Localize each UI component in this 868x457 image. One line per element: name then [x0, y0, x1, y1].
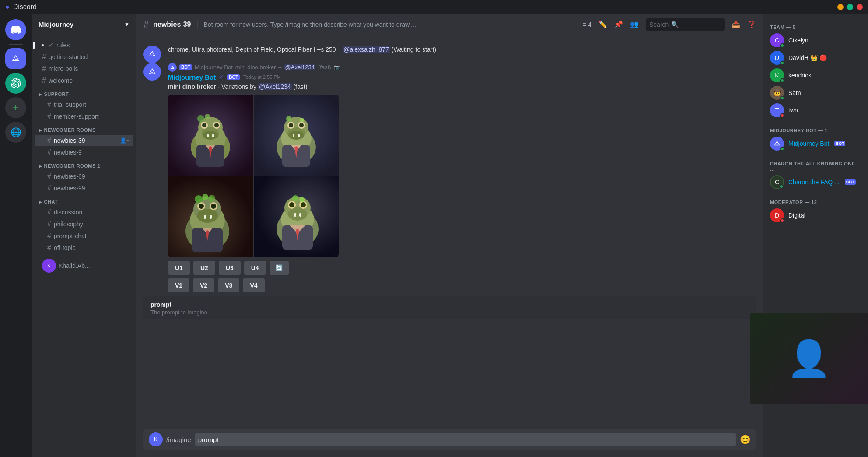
kendrick-status	[780, 78, 784, 83]
channel-hash-icon: #	[47, 101, 51, 109]
member-item-sam[interactable]: 🤠 Sam	[766, 84, 864, 102]
explore-servers-button[interactable]: 🌐	[5, 122, 26, 143]
message-group-waiting: chrome, Ultra photoreal, Depth of Field,…	[136, 42, 763, 56]
svg-point-25	[299, 123, 304, 127]
channel-item-prompt-chat[interactable]: # prompt-chat	[35, 230, 133, 242]
channel-item-rules[interactable]: ✓ rules	[35, 39, 133, 51]
verified-icon: ✓	[219, 74, 224, 80]
server-header[interactable]: Midjourney ▼	[32, 14, 136, 35]
channel-item-newbies-9[interactable]: # newbies-9	[35, 147, 133, 158]
minimize-button[interactable]	[837, 4, 844, 10]
server-icon-openai[interactable]	[5, 73, 26, 94]
action-buttons-row2: V1 V2 V3 V4	[168, 278, 756, 292]
davidh-status	[780, 61, 784, 65]
prompt-input[interactable]	[195, 433, 736, 446]
svg-point-50	[288, 207, 307, 221]
emoji-picker-button[interactable]: 😊	[740, 434, 751, 445]
svg-point-54	[301, 202, 306, 207]
channel-item-off-topic[interactable]: # off-topic	[35, 242, 133, 253]
channel-item-philosophy[interactable]: # philosophy	[35, 218, 133, 230]
video-person: 👤	[750, 313, 868, 404]
channel-item-newbies-69[interactable]: # newbies-69	[35, 171, 133, 182]
member-item-mj-bot[interactable]: Midjourney Bot BOT	[766, 135, 864, 152]
chat-area: # newbies-39 Bot room for new users. Typ…	[136, 14, 763, 457]
davidh-name: DavidH 👑 🔴	[788, 54, 827, 61]
edit-icon[interactable]: ✏️	[598, 20, 607, 28]
image-cell-3[interactable]	[168, 176, 253, 257]
inbox-icon[interactable]: 📥	[732, 20, 740, 28]
channel-item-getting-started[interactable]: # getting-started	[35, 51, 133, 63]
pin-icon[interactable]: 📌	[614, 20, 623, 28]
search-icon: 🔍	[671, 21, 679, 28]
channel-name-welcome: welcome	[49, 77, 73, 84]
app-container: + 🌐 Midjourney ▼ ✓ rules # getting-start…	[0, 14, 868, 457]
user-avatar: K	[149, 432, 163, 446]
camera-icon[interactable]: 📷	[334, 64, 340, 70]
channel-name-newbies-9: newbies-9	[54, 149, 82, 156]
channel-name-newbies-39: newbies-39	[54, 137, 85, 144]
prompt-helper: prompt The prompt to imagine	[144, 296, 756, 319]
member-item-davidh[interactable]: D DavidH 👑 🔴	[766, 49, 864, 67]
help-icon[interactable]: ❓	[747, 20, 756, 28]
u2-button[interactable]: U2	[193, 261, 215, 275]
channel-item-micro-polls[interactable]: # micro-polls	[35, 63, 133, 74]
category-newcomer-rooms-2[interactable]: ▶ NEWCOMER ROOMS 2	[32, 162, 136, 170]
channel-item-welcome[interactable]: # welcome	[35, 75, 133, 86]
add-server-button[interactable]: +	[5, 97, 26, 118]
u4-button[interactable]: U4	[244, 261, 266, 275]
svg-rect-28	[293, 134, 294, 137]
thread-count[interactable]: ≡ 4	[583, 21, 592, 28]
member-item-digital[interactable]: D Digital	[766, 207, 864, 224]
u1-button[interactable]: U1	[168, 261, 190, 275]
channel-item-trial-support[interactable]: # trial-support	[35, 99, 133, 110]
close-button[interactable]	[857, 4, 863, 10]
bot-tag-inline: BOT	[179, 64, 192, 70]
charon-name: Charon the FAQ ...	[788, 179, 840, 186]
channel-header-name: newbies-39	[153, 21, 191, 28]
image-cell-1[interactable]	[168, 95, 253, 176]
svg-point-52	[289, 202, 294, 207]
body-text: - Variations by	[218, 83, 258, 90]
category-support[interactable]: ▶ SUPPORT	[32, 90, 136, 98]
members-icon[interactable]: 👥	[630, 20, 639, 28]
refresh-button[interactable]: 🔄	[270, 261, 289, 275]
cixelyn-avatar: C	[770, 33, 784, 47]
image-grid	[168, 95, 339, 257]
v2-button[interactable]: V2	[193, 278, 214, 292]
channel-hash-icon: ✓	[48, 41, 54, 49]
server-icon-discord-home[interactable]	[5, 19, 26, 40]
member-item-kendrick[interactable]: K kendrick	[766, 67, 864, 84]
prompt-description: The prompt to imagine	[150, 309, 749, 316]
category-chat[interactable]: ▶ CHAT	[32, 197, 136, 206]
prompt-label-word: prompt	[150, 301, 172, 308]
channel-hash-icon: #	[47, 148, 51, 156]
channel-hash: #	[144, 19, 149, 30]
image-cell-4[interactable]	[254, 176, 339, 257]
maximize-button[interactable]	[847, 4, 853, 10]
category-newcomer-rooms[interactable]: ▶ NEWCOMER ROOMS	[32, 126, 136, 134]
search-box[interactable]: Search 🔍	[646, 18, 724, 31]
channel-item-discussion[interactable]: # discussion	[35, 207, 133, 218]
v3-button[interactable]: V3	[218, 278, 239, 292]
search-placeholder: Search	[649, 21, 668, 28]
v4-button[interactable]: V4	[243, 278, 264, 292]
bot-inline-name: Midjourney Bot	[195, 64, 233, 70]
window-controls[interactable]	[837, 4, 863, 10]
member-item-twn[interactable]: T twn	[766, 102, 864, 119]
member-category-mj-bot: MIDJOURNEY BOT — 1	[766, 124, 864, 135]
server-icon-midjourney[interactable]	[5, 48, 26, 69]
channel-item-member-support[interactable]: # member-support	[35, 111, 133, 122]
image-cell-2[interactable]	[254, 95, 339, 176]
channel-item-newbies-39[interactable]: # newbies-39 👤+	[35, 135, 133, 146]
speed-inline: (fast)	[318, 64, 331, 70]
dino-svg-3	[168, 176, 253, 257]
channel-name-newbies-99: newbies-99	[54, 185, 85, 192]
v1-button[interactable]: V1	[168, 278, 189, 292]
server-name: Midjourney	[38, 21, 74, 28]
channel-item-khalid[interactable]: K Khalid.Ab...	[35, 257, 133, 274]
member-item-cixelyn[interactable]: C Cixelyn	[766, 32, 864, 49]
member-item-charon[interactable]: C Charon the FAQ ... BOT	[766, 173, 864, 191]
u3-button[interactable]: U3	[219, 261, 241, 275]
message-author: Midjourney Bot	[168, 74, 216, 81]
channel-item-newbies-99[interactable]: # newbies-99	[35, 183, 133, 194]
